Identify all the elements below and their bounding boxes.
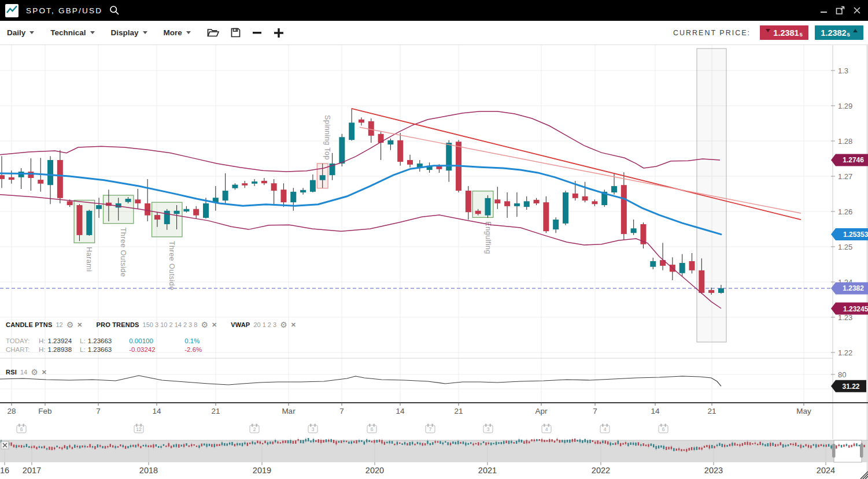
candle-body[interactable] bbox=[592, 201, 597, 204]
candle-body[interactable] bbox=[38, 180, 43, 184]
candle-body[interactable] bbox=[524, 201, 530, 207]
candle-body[interactable] bbox=[504, 201, 510, 206]
candle-body[interactable] bbox=[223, 191, 228, 200]
candle-body[interactable] bbox=[145, 203, 150, 216]
nav-candle bbox=[61, 447, 62, 449]
navigator-left-handle[interactable] bbox=[832, 444, 836, 458]
gear-icon[interactable]: ⚙ bbox=[67, 321, 74, 329]
nav-candle bbox=[239, 443, 240, 445]
candle-body[interactable] bbox=[203, 203, 209, 218]
candle-body[interactable] bbox=[174, 211, 180, 214]
candle-body[interactable] bbox=[280, 190, 286, 202]
remove-indicator-icon[interactable]: ✕ bbox=[42, 369, 47, 376]
high-value: 1.28938 bbox=[48, 346, 72, 353]
candle-body[interactable] bbox=[387, 140, 393, 144]
candle-body[interactable] bbox=[252, 181, 257, 184]
navigator-right-handle[interactable] bbox=[860, 444, 863, 458]
candle-body[interactable] bbox=[28, 172, 34, 178]
save-icon[interactable] bbox=[231, 28, 241, 38]
candle-body[interactable] bbox=[57, 160, 63, 198]
candle-body[interactable] bbox=[67, 201, 73, 205]
candle-body[interactable] bbox=[699, 270, 704, 293]
nav-candle bbox=[186, 443, 187, 446]
remove-indicator-icon[interactable]: ✕ bbox=[77, 322, 82, 328]
candle-body[interactable] bbox=[125, 199, 131, 202]
candle-body[interactable] bbox=[679, 263, 685, 273]
candle-body[interactable] bbox=[631, 228, 637, 233]
candle-body[interactable] bbox=[407, 160, 413, 165]
close-icon[interactable] bbox=[853, 6, 861, 14]
candle-body[interactable] bbox=[232, 185, 238, 188]
candle-body[interactable] bbox=[475, 211, 481, 214]
candle-body[interactable] bbox=[290, 192, 296, 202]
candle-body[interactable] bbox=[183, 209, 189, 211]
candle-body[interactable] bbox=[611, 186, 617, 192]
buy-price-button[interactable]: 1.23825 bbox=[815, 25, 863, 40]
menu-display[interactable]: Display bbox=[111, 28, 147, 37]
nav-candle bbox=[468, 443, 469, 445]
gear-icon[interactable]: ⚙ bbox=[201, 321, 208, 329]
candle-body[interactable] bbox=[689, 261, 695, 270]
candle-body[interactable] bbox=[378, 134, 384, 143]
candle-body[interactable] bbox=[466, 191, 471, 212]
candle-body[interactable] bbox=[135, 199, 141, 203]
gear-icon[interactable]: ⚙ bbox=[31, 368, 38, 376]
candle-body[interactable] bbox=[86, 211, 92, 235]
zoom-in-icon[interactable] bbox=[274, 28, 284, 38]
candle-body[interactable] bbox=[563, 192, 568, 224]
candle-body[interactable] bbox=[339, 137, 345, 164]
candle-body[interactable] bbox=[9, 177, 14, 180]
candle-body[interactable] bbox=[621, 185, 627, 234]
gear-icon[interactable]: ⚙ bbox=[280, 321, 287, 329]
nav-candle bbox=[749, 442, 751, 445]
menu-daily[interactable]: Daily bbox=[7, 28, 34, 37]
candle-body[interactable] bbox=[485, 198, 491, 216]
candle-body[interactable] bbox=[494, 199, 500, 203]
remove-indicator-icon[interactable]: ✕ bbox=[291, 322, 296, 328]
candle-body[interactable] bbox=[320, 175, 326, 180]
menu-more[interactable]: More bbox=[164, 28, 191, 37]
search-icon[interactable] bbox=[109, 5, 120, 16]
price-chart[interactable]: HaramiThree OutsideThree OutsideSpinning… bbox=[0, 0, 868, 479]
candle-body[interactable] bbox=[271, 183, 277, 191]
candle-body[interactable] bbox=[47, 160, 53, 185]
navigator-selected-window[interactable] bbox=[834, 440, 862, 462]
candle-body[interactable] bbox=[76, 205, 82, 235]
trend-line-2[interactable] bbox=[360, 127, 801, 213]
candle-body[interactable] bbox=[534, 200, 540, 203]
candle-body[interactable] bbox=[261, 181, 267, 183]
candle-body[interactable] bbox=[582, 196, 588, 200]
candle-body[interactable] bbox=[0, 175, 5, 179]
nav-candle bbox=[31, 447, 32, 448]
candle-body[interactable] bbox=[397, 140, 403, 162]
nav-candle bbox=[607, 441, 608, 445]
zoom-out-icon[interactable] bbox=[252, 28, 262, 38]
candle-body[interactable] bbox=[368, 121, 374, 136]
candle-body[interactable] bbox=[359, 120, 364, 122]
candle-body[interactable] bbox=[718, 288, 724, 293]
candle-body[interactable] bbox=[300, 190, 306, 192]
open-folder-icon[interactable] bbox=[207, 28, 219, 38]
candle-body[interactable] bbox=[164, 211, 170, 224]
candle-body[interactable] bbox=[193, 209, 199, 216]
candle-body[interactable] bbox=[242, 183, 248, 185]
navigator-track[interactable] bbox=[0, 440, 868, 462]
candle-body[interactable] bbox=[514, 203, 520, 206]
sell-price-button[interactable]: 1.23815 bbox=[760, 25, 808, 40]
candle-body[interactable] bbox=[96, 205, 102, 209]
axis-tick-label: 1.28 bbox=[838, 137, 852, 146]
minimize-button[interactable] bbox=[820, 7, 828, 14]
remove-indicator-icon[interactable]: ✕ bbox=[212, 322, 217, 328]
candle-body[interactable] bbox=[154, 215, 160, 220]
candle-body[interactable] bbox=[349, 122, 354, 140]
popout-button[interactable] bbox=[836, 6, 845, 15]
candle-body[interactable] bbox=[310, 180, 316, 192]
candle-body[interactable] bbox=[553, 220, 559, 229]
candle-body[interactable] bbox=[572, 194, 578, 198]
candle-body[interactable] bbox=[650, 261, 656, 267]
candle-body[interactable] bbox=[708, 290, 714, 293]
candle-body[interactable] bbox=[436, 166, 442, 169]
candle-body[interactable] bbox=[543, 202, 549, 231]
menu-technical[interactable]: Technical bbox=[50, 28, 94, 37]
nav-candle bbox=[196, 445, 197, 447]
